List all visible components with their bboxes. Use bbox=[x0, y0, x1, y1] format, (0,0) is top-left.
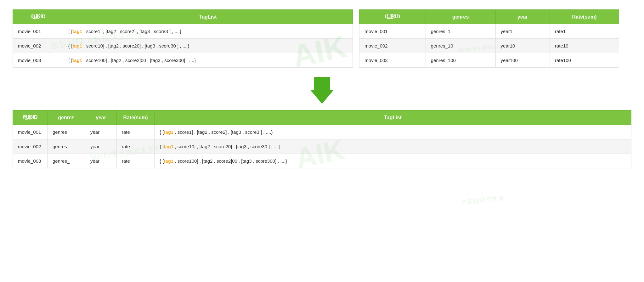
year-cell: year1 bbox=[495, 24, 550, 39]
movie-id-cell: movie_002 bbox=[13, 139, 48, 154]
genres-cell: genres_ bbox=[48, 154, 85, 168]
year-cell: year10 bbox=[495, 39, 550, 53]
year-cell: year bbox=[85, 125, 117, 139]
table-row: movie_003 genres_ year rate { [tag1 , sc… bbox=[13, 154, 631, 168]
tag-orange: tag1 bbox=[72, 58, 82, 63]
top-left-table-container: 电影ID TagList movie_001 { [tag1 , score1]… bbox=[13, 9, 353, 68]
top-right-table: 电影ID genres year Rate(sum) movie_001 gen… bbox=[359, 9, 619, 68]
svg-text:大数据课堂所有: 大数据课堂所有 bbox=[460, 195, 505, 205]
year-cell: year bbox=[85, 154, 117, 168]
arrow-down-group bbox=[310, 77, 334, 104]
tag-orange: tag1 bbox=[164, 129, 173, 135]
bottom-header-genres: genres bbox=[48, 110, 85, 125]
bottom-table: 电影ID genres year Rate(sum) TagList movie… bbox=[13, 110, 631, 168]
rate-cell: rate1 bbox=[550, 24, 619, 39]
taglist-cell: { [tag1 , score1] , [tag2 , score2] , [t… bbox=[155, 125, 631, 139]
tag-orange: tag1 bbox=[72, 29, 82, 34]
arrow-container bbox=[13, 77, 631, 104]
top-right-header-movieid: 电影ID bbox=[359, 10, 426, 24]
arrow-shaft bbox=[314, 77, 330, 90]
movie-id-cell: movie_001 bbox=[13, 125, 48, 139]
bottom-header-row: 电影ID genres year Rate(sum) TagList bbox=[13, 110, 631, 125]
table-row: movie_003 genres_100 year100 rate100 bbox=[359, 53, 619, 68]
top-right-header-year: year bbox=[495, 10, 550, 24]
rate-cell: rate bbox=[117, 139, 155, 154]
tag-orange: tag1 bbox=[164, 158, 173, 164]
table-row: movie_001 { [tag1 , score1] , [tag2 , sc… bbox=[13, 24, 353, 39]
table-row: movie_002 genres_10 year10 rate10 bbox=[359, 39, 619, 53]
top-section: 电影ID TagList movie_001 { [tag1 , score1]… bbox=[13, 9, 631, 68]
bottom-section: 电影ID genres year Rate(sum) TagList movie… bbox=[13, 110, 631, 168]
rate-cell: rate10 bbox=[550, 39, 619, 53]
top-right-header-row: 电影ID genres year Rate(sum) bbox=[359, 10, 619, 24]
movie-id-cell: movie_003 bbox=[13, 53, 63, 68]
genres-cell: genres_100 bbox=[426, 53, 495, 68]
top-left-table: 电影ID TagList movie_001 { [tag1 , score1]… bbox=[13, 9, 353, 68]
taglist-cell: { [tag1 , score10] , [tag2 , score20] , … bbox=[155, 139, 631, 154]
bottom-header-movieid: 电影ID bbox=[13, 110, 48, 125]
movie-id-cell: movie_003 bbox=[13, 154, 48, 168]
table-row: movie_002 genres year rate { [tag1 , sco… bbox=[13, 139, 631, 154]
top-right-header-rate: Rate(sum) bbox=[550, 10, 619, 24]
table-row: movie_001 genres_1 year1 rate1 bbox=[359, 24, 619, 39]
rate-cell: rate bbox=[117, 154, 155, 168]
top-left-header-movieid: 电影ID bbox=[13, 10, 63, 24]
year-cell: year100 bbox=[495, 53, 550, 68]
top-right-header-genres: genres bbox=[426, 10, 495, 24]
movie-id-cell: movie_001 bbox=[359, 24, 426, 39]
bottom-header-rate: Rate(sum) bbox=[117, 110, 155, 125]
year-cell: year bbox=[85, 139, 117, 154]
bottom-header-taglist: TagList bbox=[155, 110, 631, 125]
movie-id-cell: movie_001 bbox=[13, 24, 63, 39]
taglist-cell: { [tag1 , score100] , [tag2 , score2]00 … bbox=[63, 53, 353, 68]
rate-cell: rate100 bbox=[550, 53, 619, 68]
top-left-header-row: 电影ID TagList bbox=[13, 10, 353, 24]
top-left-header-taglist: TagList bbox=[63, 10, 353, 24]
tag-orange: tag1 bbox=[164, 144, 173, 149]
top-right-table-container: 电影ID genres year Rate(sum) movie_001 gen… bbox=[359, 9, 619, 68]
genres-cell: genres_10 bbox=[426, 39, 495, 53]
genres-cell: genres bbox=[48, 139, 85, 154]
genres-cell: genres_1 bbox=[426, 24, 495, 39]
movie-id-cell: movie_002 bbox=[359, 39, 426, 53]
bottom-header-year: year bbox=[85, 110, 117, 125]
movie-id-cell: movie_003 bbox=[359, 53, 426, 68]
table-row: movie_003 { [tag1 , score100] , [tag2 , … bbox=[13, 53, 353, 68]
genres-cell: genres bbox=[48, 125, 85, 139]
tag-orange: tag1 bbox=[72, 43, 82, 48]
taglist-cell: { [tag1 , score10] , [tag2 , score20] , … bbox=[63, 39, 353, 53]
table-row: movie_002 { [tag1 , score10] , [tag2 , s… bbox=[13, 39, 353, 53]
rate-cell: rate bbox=[117, 125, 155, 139]
taglist-cell: { [tag1 , score1] , [tag2 , score2] , [t… bbox=[63, 24, 353, 39]
arrow-head-icon bbox=[310, 90, 334, 104]
table-row: movie_001 genres year rate { [tag1 , sco… bbox=[13, 125, 631, 139]
taglist-cell: { [tag1 , score100] , [tag2 , score2]00 … bbox=[155, 154, 631, 168]
movie-id-cell: movie_002 bbox=[13, 39, 63, 53]
